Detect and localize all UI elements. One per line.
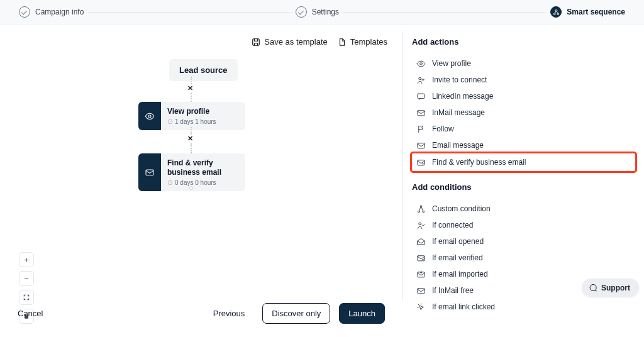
clock-icon [167,180,173,185]
canvas-toolbar: Save as template Templates [0,25,402,47]
svg-point-2 [557,13,559,14]
eye-icon [138,102,161,130]
action-label: Find & verify business email [432,158,526,167]
cursor-click-icon [416,302,426,312]
mail-icon [416,285,426,296]
svg-point-9 [419,62,422,65]
action-label: Follow [432,124,454,133]
message-icon [416,91,426,101]
document-icon [338,38,347,47]
eye-icon [416,58,426,69]
condition-label: If email imported [432,270,488,279]
step-smart-sequence[interactable]: Smart sequence [550,6,625,18]
action-email-message[interactable]: Email message [412,137,635,153]
condition-if-email-opened[interactable]: If email opened [412,233,635,250]
step-label: Smart sequence [567,8,625,16]
envelope-icon [416,140,426,150]
save-as-template-button[interactable]: Save as template [252,37,327,47]
node-delay: 1 days 1 hours [167,118,239,125]
view-profile-node[interactable]: View profile 1 days 1 hours [138,102,245,130]
mail-check-icon [138,153,161,191]
step-label: Campaign info [35,8,84,16]
add-conditions-heading: Add conditions [412,182,635,192]
condition-label: If InMail free [432,286,474,295]
svg-rect-12 [417,110,424,115]
condition-label: If email opened [432,237,484,246]
user-check-icon [416,220,426,230]
mail-in-icon [416,269,426,279]
action-linkedin-message[interactable]: LinkedIn message [412,88,635,104]
step-divider [87,12,291,13]
node-title: Lead source [179,65,228,75]
node-title: View profile [167,107,239,116]
svg-rect-13 [417,143,424,148]
user-plus-icon [416,75,426,85]
condition-if-email-verified[interactable]: If email verified [412,250,635,266]
zoom-in-button[interactable]: + [19,252,34,267]
svg-point-10 [418,77,421,80]
toolbar-label: Templates [350,37,387,47]
end-node[interactable] [189,186,193,190]
footer-actions: Cancel Previous Discover only Launch [0,303,402,324]
condition-custom[interactable]: Custom condition [412,201,635,217]
chat-icon [588,283,597,292]
step-divider [343,12,547,13]
action-label: Email message [432,141,484,150]
svg-point-1 [553,13,555,14]
cancel-button[interactable]: Cancel [18,309,43,318]
support-button[interactable]: Support [582,279,639,297]
condition-if-link-clicked[interactable]: If email link clicked [412,299,635,315]
action-label: InMail message [432,108,485,117]
condition-if-connected[interactable]: If connected [412,217,635,233]
svg-rect-11 [417,94,424,99]
mail-open-icon [416,236,426,246]
branch-icon [416,204,426,214]
svg-point-0 [555,9,557,11]
graph-icon [550,6,562,18]
save-icon [252,38,260,47]
canvas-column: Save as template Templates Lead source ✕… [0,25,402,331]
svg-point-4 [148,115,151,118]
find-verify-email-node[interactable]: Find & verify business email 0 days 0 ho… [138,153,245,191]
discover-only-button[interactable]: Discover only [262,303,330,324]
action-inmail-message[interactable]: InMail message [412,104,635,121]
remove-connector-icon[interactable]: ✕ [187,135,193,143]
svg-rect-6 [146,170,153,175]
condition-label: If email link clicked [432,302,495,311]
action-view-profile[interactable]: View profile [412,55,635,72]
add-actions-heading: Add actions [412,37,635,47]
previous-button[interactable]: Previous [204,304,254,323]
action-invite-to-connect[interactable]: Invite to connect [412,72,635,88]
svg-point-18 [418,223,421,225]
action-label: LinkedIn message [432,92,493,101]
sequence-canvas[interactable]: Lead source ✕ View profile 1 days 1 hour… [0,47,402,279]
zoom-out-button[interactable]: − [19,271,34,286]
node-title: Find & verify business email [167,158,239,177]
check-icon [296,6,307,18]
svg-rect-19 [417,255,424,260]
action-find-verify-email[interactable]: Find & verify business email [412,153,635,171]
step-campaign-info[interactable]: Campaign info [19,6,84,18]
connector: ✕ [191,127,192,153]
node-delay: 0 days 0 hours [167,179,239,186]
connector: ✕ [191,77,192,102]
action-follow[interactable]: Follow [412,121,635,137]
main-area: Save as template Templates Lead source ✕… [0,25,644,331]
svg-rect-14 [417,160,424,165]
launch-button[interactable]: Launch [339,303,385,324]
mail-icon [416,108,426,118]
action-label: Invite to connect [432,75,487,84]
support-label: Support [601,284,630,292]
mail-check-icon [416,253,426,263]
condition-label: If email verified [432,253,483,262]
mail-check-icon [416,157,426,167]
step-settings[interactable]: Settings [296,6,339,18]
remove-connector-icon[interactable]: ✕ [187,84,193,92]
lead-source-node[interactable]: Lead source [169,59,238,81]
condition-label: Custom condition [432,204,491,213]
toolbar-label: Save as template [264,37,327,47]
condition-label: If connected [432,221,473,229]
expand-icon [23,294,30,301]
templates-button[interactable]: Templates [338,37,387,47]
clock-icon [167,119,173,124]
